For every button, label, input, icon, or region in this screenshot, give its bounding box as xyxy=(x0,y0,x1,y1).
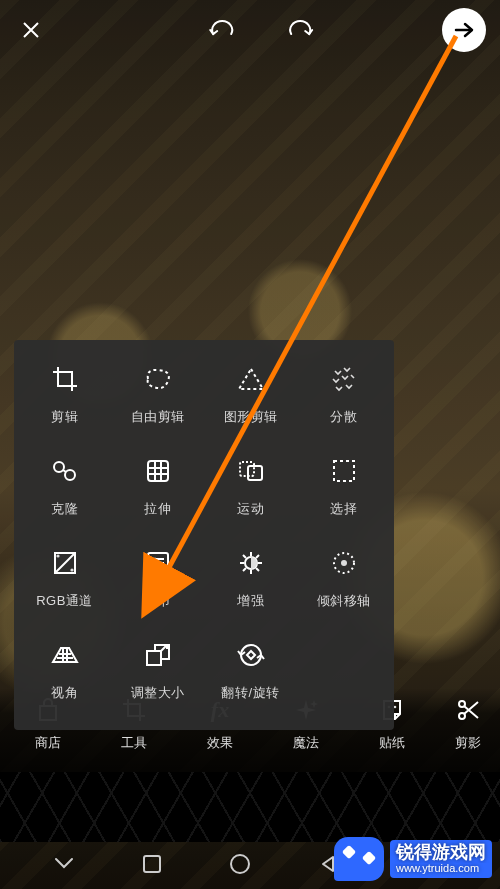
top-bar xyxy=(0,0,500,60)
tool-label: 运动 xyxy=(237,500,264,518)
svg-point-15 xyxy=(341,560,347,566)
undo-button[interactable] xyxy=(205,13,239,47)
watermark-url: www.ytruida.com xyxy=(390,863,492,878)
svg-point-1 xyxy=(65,470,75,480)
svg-point-12 xyxy=(155,566,158,569)
svg-point-11 xyxy=(159,562,162,565)
tool-label: 剪辑 xyxy=(51,408,78,426)
tool-label: 图形剪辑 xyxy=(224,408,278,426)
watermark: 锐得游戏网 www.ytruida.com xyxy=(330,835,500,883)
tool-scatter[interactable]: 分散 xyxy=(297,354,390,446)
tool-crop[interactable]: 剪辑 xyxy=(18,354,111,446)
tool-adjust[interactable]: 调节 xyxy=(111,538,204,630)
lasso-icon xyxy=(139,360,177,398)
watermark-brand: 锐得游戏网 xyxy=(390,840,492,863)
crop-icon xyxy=(46,360,84,398)
close-button[interactable] xyxy=(14,13,48,47)
tilt-shift-icon xyxy=(325,544,363,582)
motion-icon xyxy=(232,452,270,490)
next-button[interactable] xyxy=(442,8,486,52)
tool-flip-rotate[interactable]: 翻转/旋转 xyxy=(204,630,297,722)
tool-motion[interactable]: 运动 xyxy=(204,446,297,538)
tool-label: 增强 xyxy=(237,592,264,610)
svg-rect-16 xyxy=(147,651,161,665)
tool-select[interactable]: 选择 xyxy=(297,446,390,538)
tool-label: 拉伸 xyxy=(144,500,171,518)
rgb-icon xyxy=(46,544,84,582)
tool-enhance[interactable]: 增强 xyxy=(204,538,297,630)
tool-label: RGB通道 xyxy=(36,592,93,610)
tool-label: 倾斜移轴 xyxy=(317,592,371,610)
category-label: 贴纸 xyxy=(379,734,405,752)
tool-label: 视角 xyxy=(51,684,78,702)
nav-recent-button[interactable] xyxy=(138,850,166,878)
category-label: 商店 xyxy=(35,734,61,752)
tool-clone[interactable]: 克隆 xyxy=(18,446,111,538)
triangle-icon xyxy=(232,360,270,398)
svg-point-8 xyxy=(70,568,73,571)
category-label: 效果 xyxy=(207,734,233,752)
nav-home-button[interactable] xyxy=(226,850,254,878)
empty-cell xyxy=(297,630,390,722)
select-icon xyxy=(325,452,363,490)
redo-button[interactable] xyxy=(283,13,317,47)
svg-rect-2 xyxy=(148,461,168,481)
rotate-icon xyxy=(232,636,270,674)
svg-point-18 xyxy=(394,706,397,709)
scissors-icon xyxy=(450,692,486,728)
tool-tilt-shift[interactable]: 倾斜移轴 xyxy=(297,538,390,630)
tool-resize[interactable]: 调整大小 xyxy=(111,630,204,722)
stretch-icon xyxy=(139,452,177,490)
sliders-icon xyxy=(139,544,177,582)
tool-label: 翻转/旋转 xyxy=(221,684,279,702)
tool-rgb-channel[interactable]: RGB通道 xyxy=(18,538,111,630)
svg-point-0 xyxy=(54,462,64,472)
tool-shape-crop[interactable]: 图形剪辑 xyxy=(204,354,297,446)
decorative-pattern xyxy=(0,772,500,842)
category-label: 魔法 xyxy=(293,734,319,752)
clone-icon xyxy=(46,452,84,490)
tools-panel: 剪辑 自由剪辑 图形剪辑 分散 克隆 xyxy=(14,340,394,730)
svg-rect-5 xyxy=(334,461,354,481)
perspective-icon xyxy=(46,636,84,674)
tool-stretch[interactable]: 拉伸 xyxy=(111,446,204,538)
tool-label: 克隆 xyxy=(51,500,78,518)
tool-free-crop[interactable]: 自由剪辑 xyxy=(111,354,204,446)
tool-label: 调节 xyxy=(144,592,171,610)
watermark-logo-icon xyxy=(334,837,384,881)
svg-point-10 xyxy=(153,558,156,561)
scatter-icon xyxy=(325,360,363,398)
tool-label: 选择 xyxy=(330,500,357,518)
svg-point-7 xyxy=(56,554,59,557)
tool-label: 调整大小 xyxy=(131,684,185,702)
category-label: 工具 xyxy=(121,734,147,752)
tool-label: 自由剪辑 xyxy=(131,408,185,426)
nav-menu-button[interactable] xyxy=(50,850,78,878)
tool-label: 分散 xyxy=(330,408,357,426)
enhance-icon xyxy=(232,544,270,582)
tool-perspective[interactable]: 视角 xyxy=(18,630,111,722)
resize-icon xyxy=(139,636,177,674)
category-cutout[interactable]: 剪影 xyxy=(438,692,498,752)
category-label: 剪影 xyxy=(455,734,481,752)
